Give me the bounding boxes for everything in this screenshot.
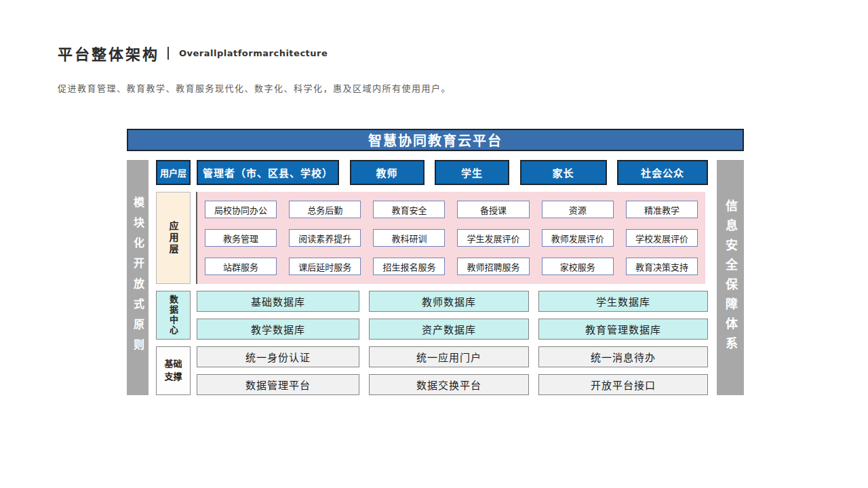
database-box: 资产数据库 xyxy=(369,319,529,340)
slide: 平台整体架构 Overallplatformarchitecture 促进教育管… xyxy=(0,0,868,488)
app-layer-label: 应用层 xyxy=(156,192,191,284)
app-module: 教科研训 xyxy=(373,229,445,247)
base-service-box: 统一消息待办 xyxy=(538,346,708,367)
app-module: 资源 xyxy=(542,201,614,218)
base-service-box: 数据交换平台 xyxy=(369,374,529,395)
app-module: 课后延时服务 xyxy=(289,258,361,275)
app-module: 家校服务 xyxy=(542,258,614,275)
user-layer-label: 用户层 xyxy=(156,160,191,185)
user-group-parent: 家长 xyxy=(520,160,607,185)
base-service-box: 统一身份认证 xyxy=(197,346,359,367)
app-module: 学校发展评价 xyxy=(626,229,698,247)
data-layer-row-1: 基础数据库 教师数据库 学生数据库 xyxy=(197,291,708,312)
app-module: 教师招聘服务 xyxy=(457,258,529,275)
architecture-diagram: 智慧协同教育云平台 模块化开放式原则 信息安全保障体系 用户层 管理者（市、区县… xyxy=(127,129,744,395)
title-divider xyxy=(167,47,169,60)
user-group-teacher: 教师 xyxy=(350,160,425,185)
database-box: 教育管理数据库 xyxy=(538,319,708,340)
base-service-box: 数据管理平台 xyxy=(197,374,359,395)
database-box: 教学数据库 xyxy=(197,319,359,340)
database-box: 教师数据库 xyxy=(369,291,529,312)
app-module: 备授课 xyxy=(457,201,529,218)
app-module: 精准教学 xyxy=(626,201,698,218)
user-group-admin: 管理者（市、区县、学校） xyxy=(197,160,339,185)
base-service-box: 统一应用门户 xyxy=(369,346,529,367)
page-title: 平台整体架构 Overallplatformarchitecture xyxy=(58,42,328,64)
app-module: 教师发展评价 xyxy=(542,229,614,247)
app-module: 教育安全 xyxy=(373,201,445,218)
base-layer-row-2: 数据管理平台 数据交换平台 开放平台接口 xyxy=(197,374,708,395)
data-layer-label: 数据中心 xyxy=(156,291,191,340)
left-principle-bar: 模块化开放式原则 xyxy=(127,160,149,395)
user-group-public: 社会公众 xyxy=(617,160,708,185)
app-module: 学生发展评价 xyxy=(457,229,529,247)
page-title-en: Overallplatformarchitecture xyxy=(179,48,328,58)
database-box: 学生数据库 xyxy=(538,291,708,312)
app-module: 招生报名服务 xyxy=(373,258,445,275)
app-module: 教务管理 xyxy=(205,229,277,247)
data-layer-row-2: 教学数据库 资产数据库 教育管理数据库 xyxy=(197,319,708,340)
app-module: 阅读素养提升 xyxy=(289,229,361,247)
app-module: 总务后勤 xyxy=(289,201,361,218)
app-module: 教育决策支持 xyxy=(626,258,698,275)
app-module: 局校协同办公 xyxy=(205,201,277,218)
page-title-cn: 平台整体架构 xyxy=(58,42,159,64)
database-box: 基础数据库 xyxy=(197,291,359,312)
right-security-bar: 信息安全保障体系 xyxy=(717,160,744,395)
app-layer-panel: 局校协同办公 总务后勤 教育安全 备授课 资源 精准教学 教务管理 阅读素养提升… xyxy=(196,192,705,284)
user-group-student: 学生 xyxy=(435,160,509,185)
base-layer-label: 基础支撑 xyxy=(156,346,191,395)
page-subtitle: 促进教育管理、教育教学、教育服务现代化、数字化、科学化，惠及区域内所有使用用户。 xyxy=(58,81,451,94)
platform-banner: 智慧协同教育云平台 xyxy=(127,129,744,151)
base-layer-row-1: 统一身份认证 统一应用门户 统一消息待办 xyxy=(197,346,708,367)
app-module: 站群服务 xyxy=(205,258,277,275)
base-service-box: 开放平台接口 xyxy=(538,374,708,395)
user-layer-row: 管理者（市、区县、学校） 教师 学生 家长 社会公众 xyxy=(197,160,708,185)
